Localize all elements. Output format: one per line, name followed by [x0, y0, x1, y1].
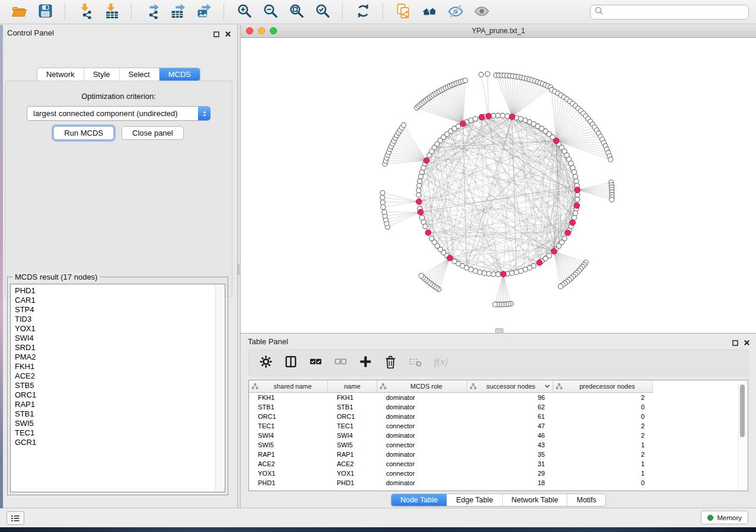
- table-row[interactable]: PHD1PHD1dominator180: [249, 478, 748, 488]
- mcds-result-item[interactable]: STP4: [15, 305, 215, 315]
- table-row[interactable]: RAP1RAP1dominator352: [249, 450, 748, 459]
- column-header-successor-nodes[interactable]: successor nodes: [467, 380, 553, 392]
- cell-shared-name: SWI4: [249, 432, 328, 439]
- table-row[interactable]: STB1STB1dominator620: [249, 402, 748, 412]
- export-table-icon: [170, 3, 186, 21]
- zoom-out-icon: [263, 3, 279, 21]
- deselect-all-checkboxes-button[interactable]: [334, 355, 347, 371]
- cell-successor-nodes: 29: [467, 470, 553, 477]
- first-neighbors-button[interactable]: [417, 2, 441, 22]
- mcds-result-item[interactable]: SWI4: [15, 334, 215, 343]
- optimization-criterion-select[interactable]: largest connected component (undirected): [27, 106, 210, 121]
- table-row[interactable]: ORC1ORC1dominator610: [249, 412, 748, 421]
- copy-network-button[interactable]: [391, 2, 415, 22]
- list-scrollbar[interactable]: [215, 285, 224, 491]
- toolbar-separator: [224, 4, 225, 20]
- tab-select[interactable]: Select: [120, 68, 160, 81]
- mcds-result-item[interactable]: PHD1: [15, 286, 215, 296]
- split-columns-button[interactable]: [284, 355, 298, 371]
- close-panel-icon[interactable]: [225, 29, 231, 40]
- mcds-result-item[interactable]: GCR1: [15, 438, 215, 447]
- float-panel-icon[interactable]: [213, 29, 219, 40]
- task-history-button[interactable]: [7, 511, 24, 525]
- column-header-shared-name[interactable]: shared name: [249, 380, 328, 392]
- import-network-button[interactable]: [74, 2, 97, 22]
- network-canvas[interactable]: [241, 37, 756, 333]
- run-mcds-button[interactable]: Run MCDS: [53, 126, 114, 140]
- table-row[interactable]: SWI4SWI4dominator462: [249, 431, 748, 440]
- cell-predecessor-nodes: 1: [553, 470, 653, 477]
- select-all-checkboxes-button[interactable]: [309, 355, 323, 371]
- horizontal-splitter-grip[interactable]: [495, 328, 503, 334]
- settings-gear-button[interactable]: [259, 355, 273, 371]
- application-window: Control Panel NetworkStyleSelectMCDS Opt…: [0, 0, 756, 527]
- cell-predecessor-nodes: 0: [553, 479, 653, 486]
- float-table-panel-icon[interactable]: [732, 338, 738, 348]
- table-row[interactable]: FKH1FKH1dominator962: [249, 393, 748, 402]
- cell-predecessor-nodes: 1: [553, 460, 653, 467]
- mcds-result-item[interactable]: CAR1: [15, 296, 215, 305]
- zoom-fit-button[interactable]: [285, 2, 308, 22]
- tab-edge-table[interactable]: Edge Table: [447, 494, 502, 506]
- svg-text:f(x): f(x): [434, 356, 447, 367]
- hide-selected-button[interactable]: [444, 2, 467, 22]
- control-panel-tabs: NetworkStyleSelectMCDS: [37, 68, 200, 81]
- tab-network[interactable]: Network: [37, 68, 84, 81]
- mcds-result-item[interactable]: SRD1: [15, 343, 215, 352]
- add-column-button[interactable]: [359, 355, 372, 371]
- table-row[interactable]: SWI5SWI5connector431: [249, 440, 748, 450]
- mcds-result-item[interactable]: SWI5: [15, 419, 215, 428]
- column-header-mcds-role[interactable]: MCDS role: [377, 380, 467, 392]
- cell-shared-name: STB1: [249, 403, 328, 411]
- memory-button[interactable]: Memory: [701, 511, 748, 524]
- export-image-button[interactable]: [192, 2, 216, 22]
- table-row[interactable]: TEC1TEC1connector472: [249, 421, 748, 431]
- mcds-result-item[interactable]: RAP1: [15, 400, 215, 409]
- mcds-result-item[interactable]: STB5: [15, 381, 215, 390]
- tab-node-table[interactable]: Node Table: [391, 494, 447, 506]
- refresh-layout-button[interactable]: [351, 2, 375, 22]
- mcds-result-item[interactable]: ACE2: [15, 371, 215, 381]
- save-session-button[interactable]: [33, 2, 57, 22]
- network-titlebar[interactable]: YPA_prune.txt_1: [241, 25, 756, 38]
- column-type-icon: [251, 383, 259, 390]
- mcds-result-list[interactable]: PHD1CAR1STP4TID3YOX1SWI4SRD1PMA2FKH1ACE2…: [10, 284, 225, 492]
- export-table-button[interactable]: [166, 2, 190, 22]
- close-panel-button[interactable]: Close panel: [122, 126, 184, 140]
- control-panel-title: Control Panel: [7, 28, 54, 37]
- table-scrollbar-thumb[interactable]: [740, 384, 745, 437]
- cell-mcds-role: dominator: [377, 479, 467, 486]
- column-header-name[interactable]: name: [328, 380, 377, 392]
- table-scrollbar[interactable]: [738, 382, 747, 489]
- mcds-result-item[interactable]: ORC1: [15, 390, 215, 400]
- mcds-result-group: MCDS result (17 nodes) PHD1CAR1STP4TID3Y…: [7, 277, 228, 495]
- mcds-result-item[interactable]: STB1: [15, 409, 215, 419]
- tab-style[interactable]: Style: [84, 68, 120, 81]
- delete-column-button[interactable]: [384, 355, 397, 371]
- close-table-panel-icon[interactable]: [744, 338, 750, 348]
- show-all-button[interactable]: [470, 2, 493, 22]
- import-table-button[interactable]: [100, 2, 123, 22]
- import-table-icon: [104, 3, 120, 21]
- table-row[interactable]: YOX1YOX1connector291: [249, 469, 748, 478]
- zoom-in-button[interactable]: [232, 2, 256, 22]
- column-header-predecessor-nodes[interactable]: predecessor nodes: [553, 380, 653, 392]
- tab-network-table[interactable]: Network Table: [503, 494, 568, 506]
- column-type-icon: [470, 383, 477, 390]
- mcds-result-item[interactable]: TEC1: [15, 428, 215, 438]
- mcds-result-item[interactable]: PMA2: [15, 352, 215, 362]
- tab-motifs[interactable]: Motifs: [567, 494, 605, 506]
- search-box[interactable]: [590, 5, 749, 20]
- table-row[interactable]: ACE2ACE2connector311: [249, 459, 748, 469]
- mcds-result-item[interactable]: FKH1: [15, 362, 215, 371]
- column-type-icon: [556, 383, 563, 390]
- open-file-button[interactable]: [7, 2, 31, 22]
- zoom-out-button[interactable]: [259, 2, 282, 22]
- search-input[interactable]: [606, 7, 745, 17]
- export-network-button[interactable]: [140, 2, 164, 22]
- mcds-result-item[interactable]: TID3: [15, 315, 215, 324]
- zoom-selected-button[interactable]: [311, 2, 334, 22]
- mcds-result-item[interactable]: YOX1: [15, 324, 215, 334]
- cell-predecessor-nodes: 1: [553, 441, 653, 448]
- tab-mcds[interactable]: MCDS: [160, 68, 200, 81]
